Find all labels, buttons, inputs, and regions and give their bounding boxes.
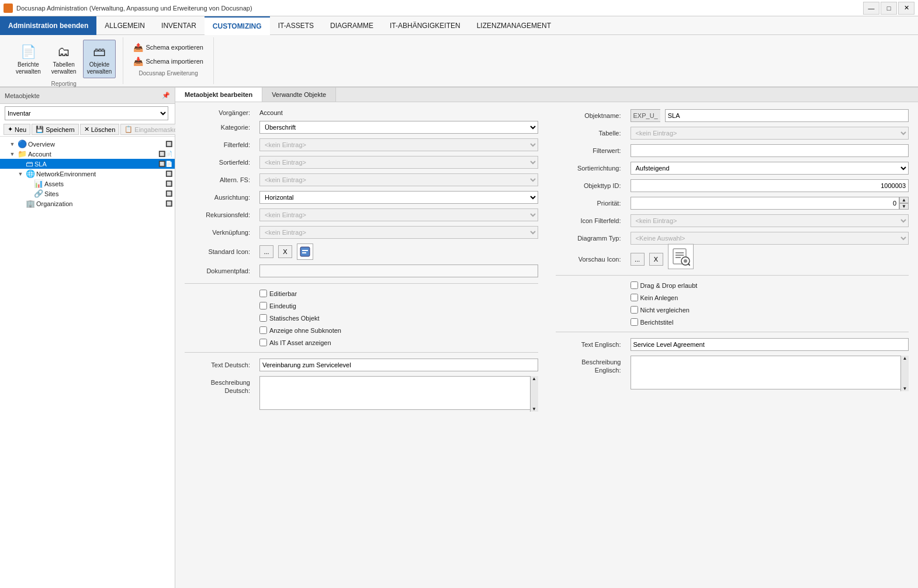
neu-button[interactable]: ✦ Neu: [4, 124, 30, 135]
eindeutig-checkbox-label[interactable]: Eindeutig: [259, 302, 296, 309]
tree-item-sites[interactable]: 🔗 Sites 🔲: [0, 189, 175, 199]
filterwert-input[interactable]: [631, 144, 909, 157]
speichern-button[interactable]: 💾 Speichern: [32, 124, 79, 135]
scroll-up-en[interactable]: ▲: [901, 356, 909, 361]
schema-exportieren-button[interactable]: 📤 Schema exportieren: [130, 41, 206, 54]
expand-sla: [16, 161, 25, 167]
prioritaet-down-button[interactable]: ▼: [899, 203, 909, 210]
als-it-asset-checkbox[interactable]: [259, 339, 267, 346]
eindeutig-row: Eindeutig: [185, 302, 538, 309]
anzeige-ohne-checkbox-label[interactable]: Anzeige ohne Subknoten: [259, 326, 341, 334]
berichtstitel-checkbox-label[interactable]: Berichtstitel: [631, 318, 674, 326]
tree-label-overview: Overview: [28, 141, 164, 148]
drag-drop-checkbox-label[interactable]: Drag & Drop erlaubt: [631, 281, 698, 289]
editierbar-checkbox-label[interactable]: Editierbar: [259, 290, 297, 297]
kein-anlegen-checkbox-label[interactable]: Kein Anlegen: [631, 294, 678, 301]
tabellen-verwalten-button[interactable]: 🗂 Tabellenverwalten: [47, 40, 81, 78]
scroll-down-en[interactable]: ▼: [901, 386, 909, 391]
objekte-verwalten-button[interactable]: 🗃 Objekteverwalten: [83, 40, 116, 78]
prioritaet-input[interactable]: [631, 197, 900, 210]
tab-metaobjekt-bearbeiten[interactable]: Metaobjekt bearbeiten: [175, 88, 262, 102]
verknuepfung-select[interactable]: <kein Eintrag>: [259, 226, 538, 239]
text-deutsch-input[interactable]: [259, 359, 538, 371]
drag-drop-checkbox[interactable]: [631, 281, 638, 289]
tree-item-account[interactable]: ▼ 📁 Account 🔲📄: [0, 149, 175, 159]
tree-item-assets[interactable]: 📊 Assets 🔲: [0, 179, 175, 189]
tabelle-select[interactable]: <kein Eintrag>: [631, 127, 909, 140]
dokumentpfad-input[interactable]: [259, 265, 538, 277]
eingabemaske-button[interactable]: 📋 Eingabemaske: [120, 124, 181, 135]
standard-icon-clear-button[interactable]: X: [278, 245, 292, 258]
berichtstitel-checkbox[interactable]: [631, 318, 638, 326]
sortierrichtung-wrapper: Aufsteigend: [631, 162, 909, 175]
scroll-down[interactable]: ▼: [531, 406, 538, 412]
tab-it-assets[interactable]: IT-ASSETS: [270, 16, 322, 35]
diagramm-typ-select[interactable]: <Keine Auswahl>: [631, 232, 909, 245]
tree: ▼ 🔵 Overview 🔲 ▼ 📁 Account 🔲📄 🗃 SLA 🔲📄: [0, 137, 175, 588]
schema-importieren-button[interactable]: 📥 Schema importieren: [130, 55, 206, 68]
inventar-select[interactable]: Inventar: [5, 106, 168, 120]
eingabemaske-icon: 📋: [124, 126, 133, 133]
icon-filterfeld-wrapper: <kein Eintrag>: [631, 214, 909, 227]
filterwert-row: Filterwert:: [556, 144, 909, 157]
sortierfeld-select[interactable]: <kein Eintrag>: [259, 156, 538, 169]
loeschen-button[interactable]: ✕ Löschen: [80, 124, 120, 135]
text-englisch-input[interactable]: [631, 338, 909, 351]
kein-anlegen-checkbox[interactable]: [631, 294, 638, 301]
kategorie-select[interactable]: Überschrift: [259, 121, 538, 134]
objektname-input[interactable]: [665, 109, 909, 122]
nicht-vergleichen-checkbox-label[interactable]: Nicht vergleichen: [631, 306, 690, 314]
statisches-objekt-checkbox[interactable]: [259, 314, 267, 322]
form-left-col: Vorgänger: Account Kategorie: Überschrif…: [185, 109, 538, 416]
standard-icon-browse-button[interactable]: ...: [259, 245, 273, 258]
svg-rect-2: [302, 252, 306, 253]
schema-import-label: Schema importieren: [146, 58, 203, 65]
maximize-button[interactable]: □: [881, 2, 897, 15]
sortierrichtung-select[interactable]: Aufsteigend: [631, 162, 909, 175]
tree-item-organization[interactable]: 🏢 Organization 🔲: [0, 199, 175, 208]
minimize-button[interactable]: —: [863, 2, 879, 15]
objekttyp-id-input[interactable]: [631, 179, 909, 192]
ausrichtung-select[interactable]: Horizontal: [259, 191, 538, 204]
statisches-objekt-checkbox-label[interactable]: Statisches Objekt: [259, 314, 320, 322]
tab-verwandte-objekte[interactable]: Verwandte Objekte: [262, 88, 336, 102]
verknuepfung-label: Verknüpfung:: [185, 229, 255, 236]
beschreibung-deutsch-textarea[interactable]: [259, 376, 538, 410]
verknuepfung-wrapper: <kein Eintrag>: [259, 226, 538, 239]
prioritaet-up-button[interactable]: ▲: [899, 197, 909, 203]
tab-diagramme[interactable]: DIAGRAMME: [322, 16, 382, 35]
objekttyp-id-row: Objekttyp ID:: [556, 179, 909, 192]
berichte-verwalten-button[interactable]: 📄 Berichteverwalten: [12, 40, 45, 78]
nicht-vergleichen-row: Nicht vergleichen: [556, 306, 909, 314]
filterfeld-select[interactable]: <kein Eintrag>: [259, 138, 538, 151]
textarea-scrollbar[interactable]: ▲ ▼: [530, 376, 538, 412]
tree-label-sla: SLA: [34, 161, 157, 168]
tree-item-networkenv[interactable]: ▼ 🌐 NetworkEnvironment 🔲: [0, 169, 175, 179]
tree-item-overview[interactable]: ▼ 🔵 Overview 🔲: [0, 139, 175, 149]
eindeutig-checkbox[interactable]: [259, 302, 267, 309]
tab-it-abhaengigkeiten[interactable]: IT-ABHÄNGIGKEITEN: [382, 16, 469, 35]
textarea-scrollbar-en[interactable]: ▲ ▼: [900, 356, 909, 391]
scroll-up[interactable]: ▲: [531, 376, 538, 381]
close-button[interactable]: ✕: [898, 2, 914, 15]
tab-inventar[interactable]: INVENTAR: [153, 16, 205, 35]
beschreibung-englisch-textarea[interactable]: [631, 356, 909, 389]
anzeige-ohne-checkbox[interactable]: [259, 326, 267, 334]
vorschau-icon-clear-button[interactable]: X: [649, 253, 663, 266]
tab-allgemein[interactable]: ALLGEMEIN: [96, 16, 153, 35]
admin-beenden-button[interactable]: Administration beenden: [0, 16, 96, 35]
tree-item-sla[interactable]: 🗃 SLA 🔲📄: [0, 159, 175, 169]
vorschau-icon-browse-button[interactable]: ...: [631, 253, 645, 266]
text-englisch-row: Text Englisch:: [556, 338, 909, 351]
berichtstitel-row: Berichtstitel: [556, 318, 909, 326]
kategorie-label: Kategorie:: [185, 124, 255, 131]
altern-fs-select[interactable]: <kein Eintrag>: [259, 173, 538, 186]
icon-filterfeld-select[interactable]: <kein Eintrag>: [631, 214, 909, 227]
diagramm-typ-label: Diagramm Typ:: [556, 235, 626, 242]
tab-customizing[interactable]: CUSTOMIZING: [205, 16, 270, 35]
als-it-asset-checkbox-label[interactable]: Als IT Asset anzeigen: [259, 339, 331, 346]
nicht-vergleichen-checkbox[interactable]: [631, 306, 638, 314]
tab-lizenzmanagement[interactable]: LIZENZMANAGEMENT: [469, 16, 559, 35]
rekursionsfeld-select[interactable]: <kein Eintrag>: [259, 208, 538, 221]
editierbar-checkbox[interactable]: [259, 290, 267, 297]
